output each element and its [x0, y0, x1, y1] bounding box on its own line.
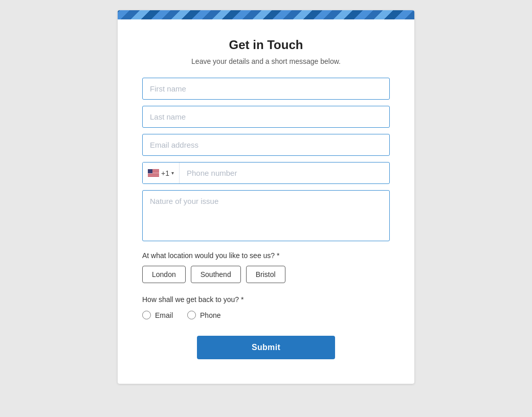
svg-rect-8	[148, 174, 159, 174]
location-bristol[interactable]: Bristol	[246, 266, 285, 283]
svg-rect-7	[148, 173, 159, 174]
contact-card: Get in Touch Leave your details and a sh…	[118, 10, 414, 384]
contact-options: Email Phone	[142, 311, 390, 319]
svg-rect-13	[148, 169, 152, 173]
location-label: At what location would you like to see u…	[142, 251, 390, 260]
issue-textarea[interactable]	[142, 190, 390, 241]
email-field	[142, 134, 390, 156]
issue-field	[142, 190, 390, 243]
contact-email-radio[interactable]	[142, 311, 151, 319]
svg-rect-12	[148, 176, 159, 177]
first-name-field	[142, 78, 390, 100]
contact-label: How shall we get back to you? *	[142, 295, 390, 304]
contact-email-option[interactable]: Email	[142, 311, 173, 319]
email-input[interactable]	[142, 134, 390, 156]
form-title: Get in Touch	[142, 38, 390, 52]
country-selector[interactable]: +1 ▾	[143, 163, 180, 183]
first-name-input[interactable]	[142, 78, 390, 100]
contact-phone-label: Phone	[200, 311, 220, 319]
location-options: London Southend Bristol	[142, 266, 390, 283]
page-wrapper: Get in Touch Leave your details and a sh…	[0, 0, 532, 417]
phone-field: +1 ▾	[142, 162, 390, 184]
location-london[interactable]: London	[142, 266, 186, 283]
location-southend[interactable]: Southend	[191, 266, 241, 283]
svg-rect-10	[148, 175, 159, 176]
us-flag-icon	[148, 169, 159, 177]
chevron-down-icon: ▾	[171, 170, 174, 176]
country-code: +1	[161, 169, 169, 177]
contact-phone-option[interactable]: Phone	[187, 311, 220, 319]
contact-phone-radio[interactable]	[187, 311, 196, 319]
contact-email-label: Email	[155, 311, 173, 319]
phone-number-input[interactable]	[180, 163, 389, 183]
svg-rect-9	[148, 174, 159, 175]
svg-rect-11	[148, 176, 159, 176]
stripe-header	[118, 10, 414, 19]
form-subtitle: Leave your details and a short message b…	[142, 57, 390, 65]
phone-wrapper: +1 ▾	[142, 162, 390, 184]
card-body: Get in Touch Leave your details and a sh…	[118, 19, 414, 384]
last-name-field	[142, 106, 390, 128]
last-name-input[interactable]	[142, 106, 390, 128]
submit-button[interactable]: Submit	[197, 336, 335, 359]
